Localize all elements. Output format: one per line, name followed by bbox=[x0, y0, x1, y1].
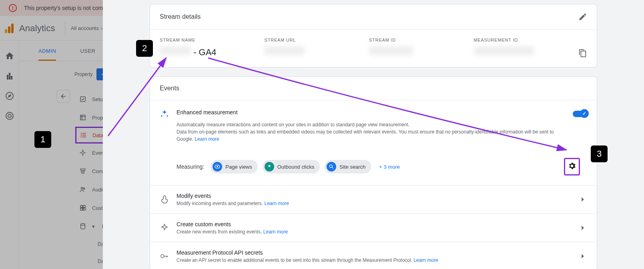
svg-point-23 bbox=[161, 255, 164, 258]
annotation-arrow bbox=[100, 52, 172, 142]
chip-site-search: Site search bbox=[325, 160, 371, 173]
sparkle-small-icon bbox=[160, 223, 169, 233]
row-api-secrets[interactable]: Measurement Protocol API secretsCreate a… bbox=[150, 242, 597, 269]
learn-more-link[interactable]: Learn more bbox=[413, 257, 438, 263]
row-create-custom-events[interactable]: Create custom eventsCreate new events fr… bbox=[150, 213, 597, 242]
gear-icon bbox=[568, 161, 576, 170]
annotation-arrow bbox=[172, 52, 572, 156]
callout-badge: 2 bbox=[136, 40, 153, 57]
chip-page-views: Page views bbox=[211, 160, 257, 173]
measuring-label: Measuring: bbox=[177, 163, 204, 170]
enhanced-settings-button[interactable] bbox=[564, 158, 580, 175]
callout-badge: 1 bbox=[34, 131, 51, 148]
chevron-right-icon bbox=[578, 252, 587, 261]
svg-point-21 bbox=[330, 165, 333, 167]
copy-icon[interactable] bbox=[578, 49, 587, 58]
svg-line-26 bbox=[108, 58, 166, 136]
chip-outbound-clicks: Outbound clicks bbox=[263, 160, 320, 173]
stream-id-label: STREAM ID bbox=[369, 38, 450, 42]
stream-name-label: STREAM NAME bbox=[160, 38, 241, 42]
key-icon bbox=[160, 251, 169, 261]
svg-line-22 bbox=[332, 167, 333, 169]
card-title: Stream details bbox=[160, 13, 201, 20]
chevron-right-icon bbox=[578, 195, 587, 204]
stream-url-label: STREAM URL bbox=[265, 38, 345, 42]
svg-point-20 bbox=[217, 166, 219, 167]
learn-more-link[interactable]: Learn more bbox=[264, 201, 289, 206]
chevron-right-icon bbox=[578, 223, 587, 232]
row-modify-events[interactable]: Modify eventsModify incoming events and … bbox=[150, 185, 597, 213]
measurement-id-label: MEASUREMENT ID bbox=[474, 38, 555, 42]
more-chips-link[interactable]: + 3 more bbox=[379, 164, 400, 170]
callout-badge: 3 bbox=[591, 145, 608, 162]
touch-icon bbox=[160, 195, 169, 204]
enhanced-measurement-toggle[interactable] bbox=[573, 111, 587, 117]
learn-more-link[interactable]: Learn more bbox=[263, 229, 288, 235]
edit-icon[interactable] bbox=[578, 12, 587, 21]
